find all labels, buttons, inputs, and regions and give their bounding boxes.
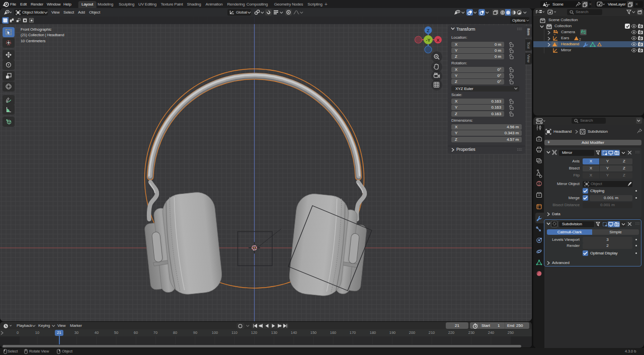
svg-text:Z: Z	[427, 28, 430, 33]
svg-text:X: X	[436, 38, 439, 43]
svg-text:-Y: -Y	[426, 38, 431, 43]
